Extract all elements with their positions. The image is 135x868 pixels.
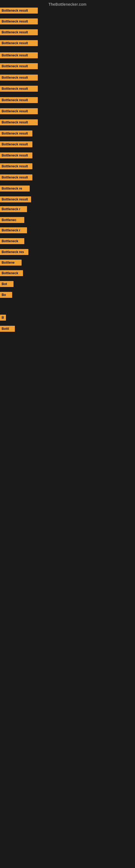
bottleneck-result-item: Bo <box>0 292 12 298</box>
bottleneck-result-item: Bottleneck result <box>0 97 38 103</box>
bottleneck-result-item: Bottleneck result <box>0 52 38 58</box>
bottleneck-result-item: Bottleneck <box>0 270 23 276</box>
bottleneck-result-item: Bottleneck result <box>0 19 38 24</box>
bottleneck-result-item: Bottleneck re <box>0 186 30 191</box>
bottleneck-result-item: Bottleneck result <box>0 63 38 69</box>
bottleneck-result-item: Bottleneck result <box>0 130 32 136</box>
site-title: TheBottlenecker.com <box>0 0 135 8</box>
bottleneck-result-item: Bottleneck result <box>0 108 38 114</box>
bottleneck-result-item: Bot <box>0 281 13 287</box>
bottleneck-result-item: Bottleneck result <box>0 196 31 203</box>
bottleneck-result-item: Bottleneck r <box>0 206 27 212</box>
bottleneck-result-item: Bottleneck result <box>0 152 32 158</box>
bottleneck-result-item: Bottleneck result <box>0 119 38 125</box>
bottleneck-result-item: Bottl <box>0 326 15 332</box>
bottleneck-result-item: Bottleneck <box>0 238 24 244</box>
bottleneck-result-item: Bottleneck result <box>0 86 38 92</box>
bottleneck-result-item: Bottleneck result <box>0 163 32 169</box>
bottleneck-result-item: B <box>0 315 6 321</box>
bottleneck-result-item: Bottleneck result <box>0 141 32 147</box>
bottleneck-result-item: Bottleneck result <box>0 8 38 13</box>
bottleneck-result-item: Bottleneck result <box>0 40 38 46</box>
bottleneck-result-item: Bottlenec <box>0 217 24 223</box>
bottleneck-result-item: Bottlene <box>0 259 21 266</box>
bottleneck-result-item: Bottleneck result <box>0 74 38 81</box>
bottleneck-result-item: Bottleneck result <box>0 29 38 35</box>
bottleneck-result-item: Bottleneck r <box>0 227 27 233</box>
bottleneck-result-item: Bottleneck res <box>0 249 28 255</box>
bottleneck-result-item: Bottleneck result <box>0 175 32 180</box>
